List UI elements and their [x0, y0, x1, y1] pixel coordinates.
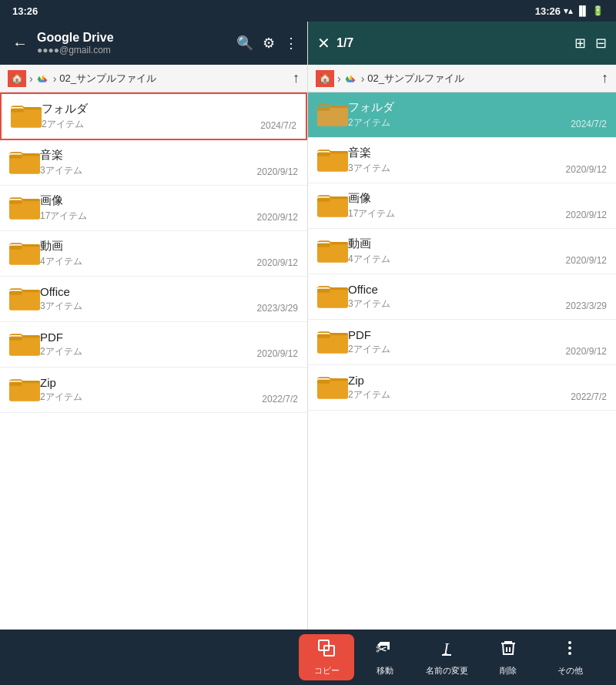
- svg-rect-17: [317, 153, 330, 156]
- left-file-item-2[interactable]: 画像 17アイテム 2020/9/12: [0, 186, 307, 231]
- right-drive-icon: [344, 72, 358, 85]
- right-file-info-5: PDF 2アイテム: [348, 328, 566, 356]
- right-folder-icon-4: [317, 282, 348, 311]
- right-panel: ✕ 1/7 ⊞ ⊟ 🏠 › › 02_サンプルファイル ↑: [308, 22, 616, 685]
- svg-rect-1: [11, 109, 24, 112]
- file-meta-6: 2アイテム: [40, 391, 262, 404]
- file-meta-3: 4アイテム: [40, 255, 257, 268]
- file-info-6: Zip 2アイテム: [40, 376, 262, 404]
- filter-icon[interactable]: ⚙: [263, 35, 275, 52]
- right-file-name-2: 画像: [348, 191, 566, 206]
- file-info-1: 音楽 3アイテム: [40, 148, 257, 177]
- file-meta-5: 2アイテム: [40, 345, 257, 358]
- left-header: ← Google Drive ●●●●@gmail.com 🔍 ⚙ ⋮: [0, 22, 307, 65]
- file-meta-4: 3アイテム: [40, 300, 257, 313]
- right-file-date-6: 2022/7/2: [571, 391, 607, 402]
- right-file-item-3[interactable]: 動画 4アイテム 2020/9/12: [308, 229, 616, 274]
- right-file-meta-1: 3アイテム: [348, 162, 566, 175]
- toolbar-icon-copy: [317, 639, 336, 662]
- left-file-item-1[interactable]: 音楽 3アイテム 2020/9/12: [0, 140, 307, 186]
- drive-icon: [36, 72, 50, 85]
- right-breadcrumb-sep1: ›: [337, 72, 341, 85]
- file-name-1: 音楽: [40, 148, 257, 163]
- search-icon[interactable]: 🔍: [236, 35, 253, 52]
- left-file-item-5[interactable]: PDF 2アイテム 2020/9/12: [0, 322, 307, 368]
- right-file-item-4[interactable]: Office 3アイテム 2023/3/29: [308, 274, 616, 320]
- right-file-date-3: 2020/9/12: [566, 255, 607, 266]
- toolbar-btn-more[interactable]: その他: [539, 633, 601, 682]
- file-name-4: Office: [40, 285, 257, 298]
- left-breadcrumb-up[interactable]: ↑: [293, 70, 300, 86]
- status-time-left: 13:26: [12, 5, 38, 17]
- file-name-3: 動画: [40, 239, 257, 254]
- app-subtitle: ●●●●@gmail.com: [37, 45, 230, 55]
- right-file-name-6: Zip: [348, 374, 571, 387]
- svg-rect-23: [317, 289, 330, 293]
- left-file-item-6[interactable]: Zip 2アイテム 2022/7/2: [0, 368, 307, 413]
- selection-count: 1/7: [336, 36, 568, 50]
- right-file-meta-6: 2アイテム: [348, 388, 571, 401]
- right-file-info-2: 画像 17アイテム: [348, 191, 566, 220]
- folder-icon-1: [9, 148, 40, 177]
- left-file-item-4[interactable]: Office 3アイテム 2023/3/29: [0, 277, 307, 322]
- right-file-date-0: 2024/7/2: [571, 119, 607, 129]
- right-header: ✕ 1/7 ⊞ ⊟: [308, 22, 616, 65]
- right-file-info-0: フォルダ 2アイテム: [348, 100, 571, 129]
- right-file-item-2[interactable]: 画像 17アイテム 2020/9/12: [308, 183, 616, 229]
- grid-view-icon[interactable]: ⊞: [574, 35, 586, 52]
- left-panel: ← Google Drive ●●●●@gmail.com 🔍 ⚙ ⋮ 🏠 › …: [0, 22, 308, 685]
- right-file-item-5[interactable]: PDF 2アイテム 2020/9/12: [308, 320, 616, 365]
- svg-rect-25: [317, 334, 330, 338]
- file-meta-0: 2アイテム: [42, 118, 260, 131]
- svg-point-34: [568, 646, 571, 650]
- left-file-item-3[interactable]: 動画 4アイテム 2020/9/12: [0, 231, 307, 277]
- more-icon[interactable]: ⋮: [284, 35, 298, 52]
- folder-icon-3: [9, 239, 40, 268]
- right-folder-icon-1: [317, 146, 348, 175]
- left-breadcrumb-folder: 02_サンプルファイル: [59, 72, 156, 86]
- back-button[interactable]: ←: [9, 32, 31, 55]
- right-file-meta-2: 17アイテム: [348, 207, 566, 220]
- toolbar-icon-more: [567, 639, 572, 662]
- right-file-item-6[interactable]: Zip 2アイテム 2022/7/2: [308, 365, 616, 411]
- toolbar-btn-move[interactable]: ✂ 移動: [354, 633, 416, 682]
- folder-icon-6: [9, 375, 40, 405]
- right-home-icon[interactable]: 🏠: [316, 70, 334, 87]
- app-title: Google Drive: [37, 31, 230, 45]
- svg-rect-3: [9, 155, 22, 159]
- toolbar-label-move: 移動: [377, 665, 393, 677]
- battery-icon: 🔋: [592, 5, 604, 16]
- list-view-icon[interactable]: ⊟: [595, 35, 607, 52]
- toolbar-label-copy: コピー: [314, 665, 340, 677]
- svg-rect-5: [9, 200, 22, 204]
- right-file-info-1: 音楽 3アイテム: [348, 146, 566, 175]
- right-folder-icon-5: [317, 327, 348, 357]
- toolbar-btn-rename[interactable]: I 名前の変更: [416, 633, 477, 682]
- right-file-date-5: 2020/9/12: [566, 346, 607, 357]
- toolbar-icon-move: ✂: [376, 639, 394, 662]
- toolbar-label-more: その他: [557, 665, 583, 677]
- left-file-item-0[interactable]: フォルダ 2アイテム 2024/7/2: [0, 92, 307, 140]
- right-breadcrumb-folder: 02_サンプルファイル: [367, 72, 464, 86]
- toolbar-label-delete: 削除: [500, 665, 517, 677]
- right-file-date-1: 2020/9/12: [566, 164, 607, 175]
- close-button[interactable]: ✕: [317, 34, 330, 52]
- wifi-icon: ▾▴: [564, 5, 573, 16]
- toolbar-btn-delete[interactable]: 削除: [477, 633, 539, 682]
- file-info-4: Office 3アイテム: [40, 285, 257, 313]
- bottom-toolbar: コピー ✂ 移動 I 名前の変更 削除 その他: [0, 630, 616, 685]
- toolbar-label-rename: 名前の変更: [426, 665, 468, 677]
- left-header-icons: 🔍 ⚙ ⋮: [236, 35, 298, 52]
- right-breadcrumb-up[interactable]: ↑: [601, 70, 608, 86]
- right-file-item-0[interactable]: フォルダ 2アイテム 2024/7/2: [308, 92, 616, 138]
- home-icon[interactable]: 🏠: [8, 70, 26, 87]
- toolbar-btn-copy[interactable]: コピー: [299, 634, 354, 680]
- file-name-0: フォルダ: [42, 102, 260, 116]
- right-file-item-1[interactable]: 音楽 3アイテム 2020/9/12: [308, 138, 616, 183]
- breadcrumb-sep2: ›: [53, 72, 57, 85]
- file-date-6: 2022/7/2: [262, 394, 298, 405]
- file-info-2: 画像 17アイテム: [40, 193, 257, 223]
- right-file-date-4: 2023/3/29: [566, 301, 607, 311]
- left-breadcrumb: 🏠 › › 02_サンプルファイル ↑: [0, 65, 307, 92]
- svg-rect-15: [317, 107, 330, 111]
